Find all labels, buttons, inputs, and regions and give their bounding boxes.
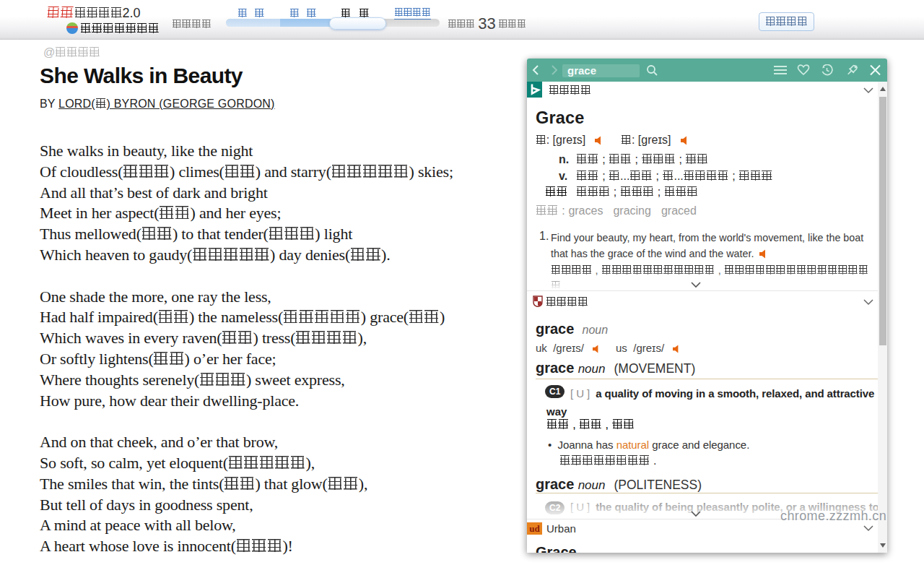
svg-text:ud: ud <box>529 523 540 534</box>
